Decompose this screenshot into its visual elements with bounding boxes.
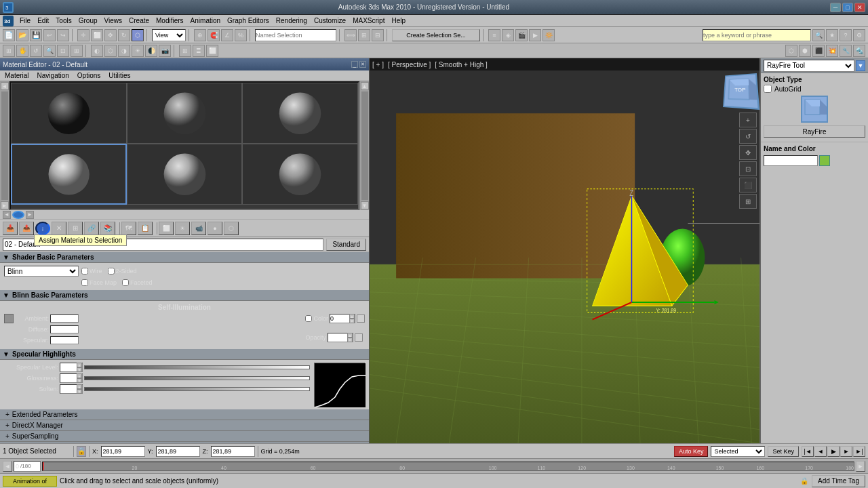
- set-key-btn[interactable]: Set Key: [768, 446, 799, 457]
- vp-orbit-btn[interactable]: ↺: [30, 45, 42, 57]
- sl-up[interactable]: ▲: [77, 363, 82, 367]
- search-input[interactable]: [703, 29, 811, 41]
- shader-type-dropdown[interactable]: Blinn Phong Metal: [4, 266, 79, 277]
- rf-tool6[interactable]: 🔩: [853, 45, 865, 57]
- vp-zoomext-btn[interactable]: ⊞: [71, 45, 83, 57]
- rf-nav-cube[interactable]: [801, 96, 828, 123]
- z-val[interactable]: 281,89: [211, 446, 255, 457]
- reset-material-btn[interactable]: ✕: [52, 222, 66, 235]
- menu-help[interactable]: Help: [388, 16, 409, 25]
- minimize-btn[interactable]: ─: [830, 3, 841, 12]
- si-up-btn[interactable]: ▲: [349, 314, 355, 319]
- put-in-library-btn[interactable]: 📚: [100, 222, 115, 235]
- vp-grid-btn[interactable]: ⊞: [179, 45, 191, 57]
- pb-play-btn[interactable]: ▶: [827, 446, 840, 457]
- tl-next-btn[interactable]: ►: [856, 461, 865, 472]
- scroll-right-btn[interactable]: ►: [1, 201, 9, 209]
- shader-basic-header[interactable]: ▼ Shader Basic Parameters: [0, 252, 369, 263]
- rf-dropdown-btn[interactable]: ▼: [856, 60, 865, 71]
- menu-animation[interactable]: Animation: [187, 16, 224, 25]
- scroll-left-btn[interactable]: ◄: [1, 82, 9, 90]
- render-btn[interactable]: ▶: [529, 29, 541, 41]
- si-down-btn[interactable]: ▼: [349, 319, 355, 323]
- video-btn[interactable]: 📹: [191, 222, 206, 235]
- tl-track[interactable]: 20 40 60 80 100 110 120 130 140 150 160 …: [42, 462, 854, 471]
- menu-views[interactable]: Views: [101, 16, 126, 25]
- spec-level-slider[interactable]: [84, 365, 310, 369]
- nav-ball[interactable]: [12, 211, 24, 219]
- menu-group[interactable]: Group: [75, 16, 101, 25]
- animation-mode-btn[interactable]: Animation of: [3, 476, 57, 487]
- search-icon[interactable]: 🔍: [812, 29, 825, 41]
- sl-down[interactable]: ▼: [77, 367, 82, 372]
- diffuse-color[interactable]: [50, 325, 79, 333]
- rf-tool5[interactable]: 🔧: [840, 45, 852, 57]
- assign-material-btn[interactable]: ↓: [35, 222, 50, 235]
- show-maps-btn[interactable]: 🗺: [121, 222, 136, 235]
- sphere-slot-3[interactable]: [242, 83, 358, 144]
- backlight-btn[interactable]: ☀: [175, 222, 190, 235]
- pb-first-btn[interactable]: |◄: [802, 446, 814, 457]
- glossiness-slider[interactable]: [84, 376, 310, 380]
- select-btn[interactable]: ✛: [77, 29, 90, 41]
- vp-viewport-btn[interactable]: ⬜: [206, 45, 218, 57]
- vp-zoomall-btn[interactable]: ⊡: [57, 45, 69, 57]
- twosided-checkbox[interactable]: [108, 268, 115, 274]
- get-material-btn[interactable]: 📥: [3, 222, 18, 235]
- sphere-slot-5[interactable]: [127, 144, 243, 205]
- nav-cube[interactable]: TOP: [723, 73, 760, 110]
- vp-orbit-icon[interactable]: ↺: [739, 129, 757, 144]
- vp-maxmin-icon[interactable]: ⬛: [739, 178, 757, 192]
- si-color-input[interactable]: 0: [330, 314, 349, 323]
- mat-minimize-btn[interactable]: _: [351, 61, 358, 68]
- scroll-down-btn[interactable]: ▼: [361, 201, 369, 209]
- mat-menu-options[interactable]: Options: [74, 71, 104, 80]
- vp-zoom-icon[interactable]: +: [739, 113, 757, 127]
- named-selection-input[interactable]: [255, 29, 336, 41]
- nav-next-btn[interactable]: ►: [26, 211, 34, 219]
- vp-label-perspective[interactable]: [ Perspective ]: [388, 61, 431, 68]
- y-val[interactable]: 281,89: [156, 446, 200, 457]
- move-btn[interactable]: ✥: [104, 29, 117, 41]
- vp-maximize-btn[interactable]: ⊞: [3, 45, 15, 57]
- directx-section[interactable]: + DirectX Manager: [0, 420, 369, 431]
- pb-prev-btn[interactable]: ◄: [814, 446, 827, 457]
- sphere-slot-1[interactable]: [11, 83, 127, 144]
- g-down[interactable]: ▼: [77, 378, 82, 383]
- rf-tool3[interactable]: ⬛: [812, 45, 825, 57]
- soften-slider[interactable]: [84, 387, 310, 391]
- lock-icon[interactable]: 🔒: [77, 446, 86, 457]
- rf-autogrid-check[interactable]: [764, 85, 772, 93]
- settings-icon[interactable]: ⚙: [853, 29, 865, 41]
- opacity-down-btn[interactable]: ▼: [347, 338, 353, 342]
- create-selection-btn[interactable]: Create Selection Se...: [392, 29, 480, 41]
- ambient-link-icon[interactable]: [4, 314, 14, 323]
- angle-snap-btn[interactable]: ∠: [221, 29, 233, 41]
- rf-rayfire-btn[interactable]: RayFire: [764, 125, 865, 138]
- s-up[interactable]: ▲: [77, 384, 82, 389]
- vp-label-bracket[interactable]: [ + ]: [372, 61, 384, 68]
- s-down[interactable]: ▼: [77, 389, 82, 394]
- auto-key-btn[interactable]: Auto Key: [674, 446, 709, 457]
- sphere-slot-4[interactable]: [11, 144, 127, 205]
- glossiness-input[interactable]: 15: [60, 374, 77, 382]
- facemap-checkbox[interactable]: [81, 279, 88, 286]
- key-set-select[interactable]: Selected: [711, 446, 765, 457]
- vp-shadow-btn[interactable]: 🌓: [145, 45, 157, 57]
- maximize-btn[interactable]: □: [842, 3, 853, 12]
- vp-fov-icon[interactable]: ⊡: [739, 161, 757, 176]
- rf-tool1[interactable]: ⬡: [785, 45, 797, 57]
- vp-camera-btn[interactable]: 📷: [159, 45, 171, 57]
- menu-maxscript[interactable]: MAXScript: [349, 16, 388, 25]
- rf-tool4[interactable]: 💥: [826, 45, 838, 57]
- undo-btn[interactable]: ↩: [43, 29, 56, 41]
- render-setup-btn[interactable]: 🎬: [515, 29, 528, 41]
- menu-file[interactable]: File: [16, 16, 34, 25]
- ambient-color[interactable]: [50, 314, 79, 323]
- vp-pan-icon[interactable]: ✥: [739, 145, 757, 160]
- sphere-btn[interactable]: ●: [208, 222, 222, 235]
- rf-tool2[interactable]: ⬢: [799, 45, 811, 57]
- layers-btn[interactable]: ≡: [488, 29, 500, 41]
- percent-snap-btn[interactable]: %: [235, 29, 247, 41]
- ref-coord-select[interactable]: ViewWorldLocal: [152, 29, 186, 41]
